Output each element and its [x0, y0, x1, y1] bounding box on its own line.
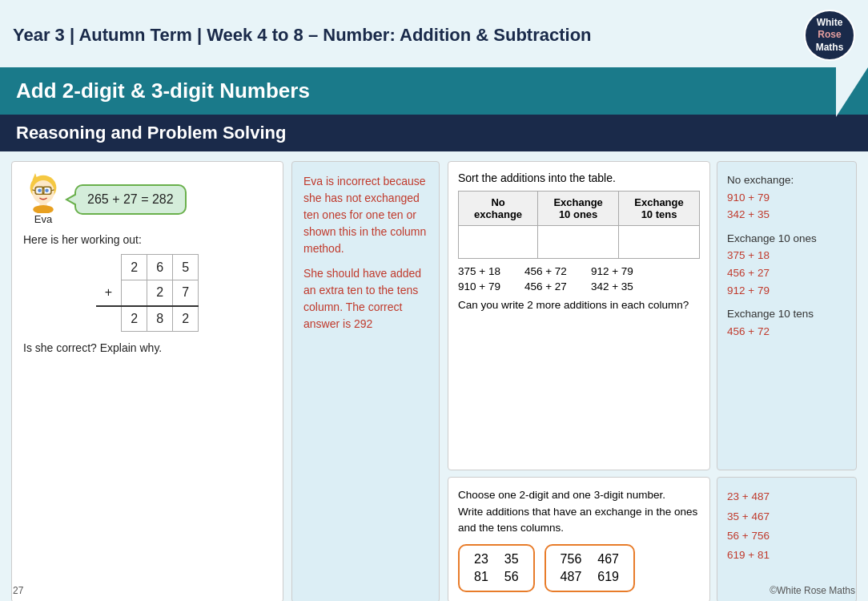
col-exchange-tens: Exchange10 tens	[619, 192, 700, 226]
cell-exchange-ones	[538, 226, 619, 259]
right-bottom: Choose one 2-digit and one 3-digit numbe…	[448, 477, 857, 601]
header: Year 3 | Autumn Term | Week 4 to 8 – Num…	[0, 0, 868, 67]
additions-text: 375 + 18 456 + 72 912 + 79 910 + 79 456 …	[458, 265, 700, 292]
eva-section: Eva 265 + 27 = 282	[23, 173, 271, 225]
table-panel: Sort the additions into the table. Noexc…	[448, 161, 710, 470]
additions-row-2: 910 + 79 456 + 27 342 + 35	[458, 280, 700, 292]
svg-line-9	[32, 190, 35, 191]
sort-table: Noexchange Exchange10 ones Exchange10 te…	[458, 191, 700, 259]
speech-bubble: 265 + 27 = 282	[74, 184, 187, 215]
svg-line-10	[51, 190, 54, 191]
additions-row-1: 375 + 18 456 + 72 912 + 79	[458, 265, 700, 277]
main-content: Eva 265 + 27 = 282 Here is her working o…	[0, 151, 868, 601]
eva-label: Eva	[34, 213, 52, 225]
exchange-ones-answer: Exchange 10 ones 375 + 18456 + 27912 + 7…	[727, 230, 846, 299]
right-top: Sort the additions into the table. Noexc…	[448, 161, 857, 470]
eva-figure: Eva	[23, 173, 63, 225]
subtitle-band: Reasoning and Problem Solving	[0, 115, 868, 151]
title-heading: Add 2-digit & 3-digit Numbers	[16, 79, 852, 103]
column-table: 2 6 5 + 2 7 2 8 2	[96, 254, 199, 332]
left-panel: Eva 265 + 27 = 282 Here is her working o…	[11, 161, 283, 601]
subtitle-heading: Reasoning and Problem Solving	[16, 123, 852, 143]
svg-point-12	[33, 205, 53, 213]
cell-exchange-tens	[619, 226, 700, 259]
logo-line3: Maths	[816, 42, 844, 54]
middle-panel: Eva is incorrect because she has not exc…	[291, 161, 440, 601]
answer-panel-bottom: 23 + 487 35 + 467 56 + 756 619 + 81	[717, 477, 857, 601]
logo: White Rose Maths	[804, 10, 855, 61]
sort-intro: Sort the additions into the table.	[458, 171, 700, 184]
copyright: ©White Rose Maths	[770, 585, 855, 596]
exchange-tens-answer: Exchange 10 tens 456 + 72	[727, 305, 846, 340]
can-you-text: Can you write 2 more additions in each c…	[458, 299, 700, 311]
title-band: Add 2-digit & 3-digit Numbers	[0, 67, 868, 115]
bottom-question-text: Choose one 2-digit and one 3-digit numbe…	[458, 487, 700, 536]
col-no-exchange: Noexchange	[459, 192, 538, 226]
page-number: 27	[13, 585, 23, 596]
answer-para2: She should have added an extra ten to th…	[303, 265, 428, 333]
header-title: Year 3 | Autumn Term | Week 4 to 8 – Num…	[13, 25, 592, 46]
answer-panel-top: No exchange: 910 + 79342 + 35 Exchange 1…	[717, 161, 857, 470]
logo-line2: Rose	[818, 29, 841, 42]
answer-para1: Eva is incorrect because she has not exc…	[303, 173, 428, 257]
col-exchange-ones: Exchange10 ones	[538, 192, 619, 226]
right-section: Sort the additions into the table. Noexc…	[448, 161, 857, 601]
svg-point-6	[45, 189, 49, 193]
logo-line1: White	[817, 17, 843, 30]
bottom-question: Choose one 2-digit and one 3-digit numbe…	[448, 477, 710, 601]
no-exchange-answer: No exchange: 910 + 79342 + 35	[727, 171, 846, 224]
svg-point-5	[38, 189, 42, 193]
speech-text: 265 + 27 = 282	[87, 192, 174, 206]
header-title-text: Year 3 | Autumn Term | Week 4 to 8 – Num…	[13, 25, 592, 45]
is-she-correct: Is she correct? Explain why.	[23, 341, 271, 354]
footer: 27 ©White Rose Maths	[0, 585, 868, 596]
bottom-answers: 23 + 487 35 + 467 56 + 756 619 + 81	[727, 487, 846, 565]
cell-no-exchange	[459, 226, 538, 259]
eva-icon	[23, 173, 63, 213]
working-out-label: Here is her working out:	[23, 233, 271, 246]
